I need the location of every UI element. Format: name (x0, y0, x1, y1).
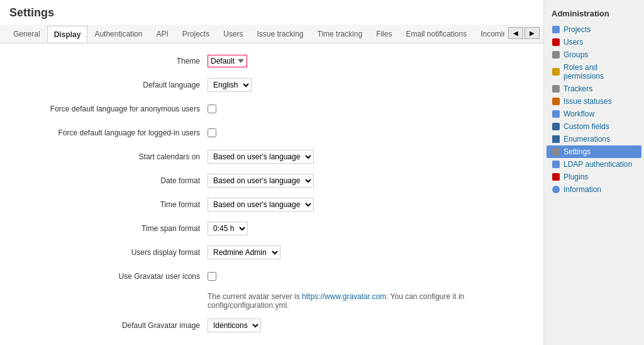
sidebar-item-trackers[interactable]: Trackers (544, 82, 644, 95)
date-format-control: Based on user's language (208, 174, 314, 188)
sidebar-item-roles-and-permissions[interactable]: Roles and permissions (544, 61, 644, 82)
tab-api[interactable]: API (149, 25, 175, 42)
sidebar-item-workflow[interactable]: Workflow (544, 108, 644, 120)
time-format-control: Based on user's language (208, 198, 314, 212)
tab-general[interactable]: General (6, 25, 47, 42)
ldap-icon (552, 160, 560, 169)
settings-form: Theme Default Default language English F… (0, 43, 543, 345)
start-calendars-control: Based on user's language (208, 150, 314, 164)
sidebar-item-label: Projects (564, 25, 591, 34)
gravatar-row: Use Gravatar user icons (13, 268, 531, 285)
theme-row: Theme Default (13, 53, 531, 69)
sidebar-item-ldap-authentication[interactable]: LDAP authentication (544, 158, 644, 171)
groups-icon (552, 50, 560, 59)
force-logged-checkbox[interactable] (208, 128, 216, 137)
time-span-row: Time span format 0:45 h (13, 220, 531, 237)
tab-email-notifications[interactable]: Email notifications (399, 25, 474, 42)
sidebar-item-plugins[interactable]: Plugins (544, 171, 644, 183)
force-anon-control (208, 105, 216, 113)
start-calendars-row: Start calendars on Based on user's langu… (13, 149, 531, 165)
sidebar-item-label: Users (564, 38, 583, 47)
sidebar: Administration ProjectsUsersGroupsRoles … (543, 0, 644, 345)
tab-prev-button[interactable]: ◀ (508, 27, 523, 39)
time-format-select[interactable]: Based on user's language (208, 198, 314, 212)
sidebar-item-label: Plugins (564, 172, 588, 181)
theme-select[interactable]: Default (208, 55, 247, 67)
start-calendars-select[interactable]: Based on user's language (208, 150, 314, 164)
sidebar-item-label: Trackers (564, 84, 592, 93)
force-anon-row: Force default language for anonymous use… (13, 101, 531, 117)
gravatar-text-row: The current avatar server is https://www… (13, 292, 531, 310)
users-display-row: Users display format Redmine Admin (13, 244, 531, 261)
sidebar-item-groups[interactable]: Groups (544, 48, 644, 61)
sidebar-item-users[interactable]: Users (544, 36, 644, 48)
default-language-control: English (208, 78, 252, 92)
sidebar-items-container: ProjectsUsersGroupsRoles and permissions… (544, 23, 644, 196)
date-format-label: Date format (13, 176, 208, 186)
gravatar-checkbox[interactable] (208, 272, 216, 281)
tab-time-tracking[interactable]: Time tracking (311, 25, 370, 42)
tabs-bar: GeneralDisplayAuthenticationAPIProjectsU… (0, 25, 543, 43)
sidebar-item-label: Workflow (564, 110, 594, 118)
sidebar-item-enumerations[interactable]: Enumerations (544, 133, 644, 145)
default-gravatar-select[interactable]: Identicons (208, 319, 261, 332)
tab-files[interactable]: Files (369, 25, 399, 42)
info-icon (552, 185, 560, 194)
force-anon-label: Force default language for anonymous use… (13, 104, 208, 115)
sidebar-item-settings[interactable]: Settings (547, 145, 641, 158)
sidebar-item-information[interactable]: Information (544, 183, 644, 196)
sidebar-item-label: Information (564, 185, 601, 194)
default-language-select[interactable]: English (208, 78, 252, 92)
tab-display[interactable]: Display (47, 26, 88, 42)
workflow-icon (552, 110, 560, 118)
gravatar-description: The current avatar server is https://www… (208, 292, 531, 310)
tab-nav-buttons: ◀ ▶ (504, 25, 543, 43)
tab-projects[interactable]: Projects (175, 25, 216, 42)
default-gravatar-control: Identicons (208, 319, 261, 332)
force-anon-checkbox[interactable] (208, 105, 216, 113)
time-format-row: Time format Based on user's language (13, 196, 531, 213)
users-display-label: Users display format (13, 247, 208, 258)
roles-icon (552, 67, 560, 76)
attachment-thumbnails-row: Display attachment thumbnails (13, 341, 531, 345)
gravatar-label: Use Gravatar user icons (13, 271, 208, 282)
sidebar-item-custom-fields[interactable]: Custom fields (544, 120, 644, 133)
tab-issue-tracking[interactable]: Issue tracking (250, 25, 311, 42)
force-logged-row: Force default language for logged-in use… (13, 125, 531, 141)
users-display-select[interactable]: Redmine Admin (208, 246, 280, 259)
default-language-label: Default language (13, 80, 208, 91)
time-span-control: 0:45 h (208, 222, 248, 235)
gravatar-text-control: The current avatar server is https://www… (208, 292, 531, 310)
start-calendars-label: Start calendars on (13, 152, 208, 162)
force-logged-label: Force default language for logged-in use… (13, 128, 208, 139)
theme-label: Theme (13, 56, 208, 67)
sidebar-item-label: Issue statuses (564, 97, 612, 106)
page-title: Settings (0, 0, 543, 25)
tab-users[interactable]: Users (216, 25, 250, 42)
force-logged-control (208, 128, 216, 137)
projects-icon (552, 25, 560, 34)
plugins-icon (552, 172, 560, 181)
date-format-row: Date format Based on user's language (13, 172, 531, 189)
gravatar-link[interactable]: https://www.gravatar.com (302, 292, 386, 301)
sidebar-title: Administration (544, 6, 644, 23)
sidebar-item-label: Enumerations (564, 135, 610, 144)
custom-icon (552, 122, 560, 131)
sidebar-item-label: Groups (564, 50, 588, 59)
settings-icon (552, 147, 560, 156)
trackers-icon (552, 84, 560, 93)
tab-next-button[interactable]: ▶ (525, 27, 540, 39)
time-span-select[interactable]: 0:45 h (208, 222, 248, 235)
theme-control: Default (208, 55, 247, 67)
sidebar-item-label: LDAP authentication (564, 160, 632, 169)
tab-incoming-emails[interactable]: Incoming emails (474, 25, 504, 42)
time-format-label: Time format (13, 200, 208, 210)
users-icon (552, 38, 560, 47)
default-language-row: Default language English (13, 77, 531, 93)
date-format-select[interactable]: Based on user's language (208, 174, 314, 188)
time-span-label: Time span format (13, 223, 208, 234)
default-gravatar-label: Default Gravatar image (13, 320, 208, 331)
sidebar-item-issue-statuses[interactable]: Issue statuses (544, 95, 644, 108)
sidebar-item-projects[interactable]: Projects (544, 23, 644, 36)
tab-authentication[interactable]: Authentication (87, 25, 149, 42)
